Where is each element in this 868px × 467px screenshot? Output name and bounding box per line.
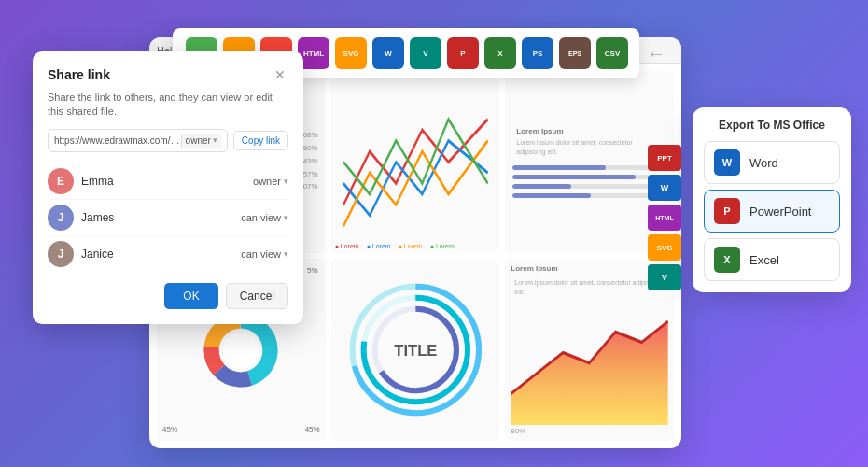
side-word-icon[interactable]: W <box>648 175 681 201</box>
export-ms-office-panel: Export To MS Office PPT W HTML SVG V W W… <box>693 107 851 292</box>
format-csv[interactable]: CSV <box>596 37 628 69</box>
format-visio[interactable]: V <box>410 37 441 69</box>
user-role-janice[interactable]: can view ▾ <box>241 248 288 260</box>
user-name-emma: Emma <box>81 175 253 188</box>
emma-chevron-icon: ▾ <box>284 177 288 186</box>
link-url: https://www.edrawmax.com/online/fil <box>54 135 181 146</box>
export-word-option[interactable]: W Word <box>704 141 840 184</box>
janice-chevron-icon: ▾ <box>284 249 288 259</box>
svg-point-5 <box>223 332 260 369</box>
copy-link-button[interactable]: Copy link <box>233 131 288 150</box>
title-ring-chart: TITLE <box>331 259 500 441</box>
user-role-james[interactable]: can view ▾ <box>241 212 288 223</box>
user-name-janice: Janice <box>81 248 241 261</box>
area-chart-desc: Lorem ipsum dolor sit amet, consectetur … <box>511 275 668 301</box>
word-label: Word <box>749 156 778 170</box>
link-row: https://www.edrawmax.com/online/fil owne… <box>48 129 288 152</box>
format-ppt[interactable]: P <box>447 37 479 69</box>
excel-icon: X <box>714 247 740 273</box>
close-button[interactable]: ✕ <box>272 66 288 83</box>
link-input[interactable]: https://www.edrawmax.com/online/fil owne… <box>48 129 228 152</box>
format-excel[interactable]: X <box>484 37 516 69</box>
area-chart-title: Lorem Ipsum <box>511 264 557 273</box>
dialog-title: Share link <box>48 67 110 82</box>
ok-button[interactable]: OK <box>164 283 217 309</box>
side-format-icons: PPT W HTML SVG V <box>648 145 681 290</box>
side-html-icon[interactable]: HTML <box>648 205 681 231</box>
avatar-james: J <box>48 205 74 231</box>
format-ps[interactable]: PS <box>522 37 553 69</box>
user-name-james: James <box>81 211 241 224</box>
avatar-janice: J <box>48 241 74 267</box>
avatar-emma: E <box>48 168 74 194</box>
export-excel-option[interactable]: X Excel <box>704 238 840 281</box>
link-role-dropdown[interactable]: owner ▾ <box>181 134 221 148</box>
side-svg-icon[interactable]: SVG <box>648 234 681 261</box>
export-options-list: W Word P PowerPoint X Excel <box>704 141 840 281</box>
side-visio-icon[interactable]: V <box>648 264 681 290</box>
powerpoint-label: PowerPoint <box>749 205 811 219</box>
side-ppt-icon[interactable]: PPT <box>648 145 681 171</box>
arrow-right-icon: ← <box>647 43 665 64</box>
share-dialog: Share link ✕ Share the link to others, a… <box>33 51 303 324</box>
export-powerpoint-option[interactable]: P PowerPoint <box>704 190 840 233</box>
user-row-emma: E Emma owner ▾ <box>48 163 288 200</box>
svg-marker-13 <box>511 321 668 425</box>
user-row-james: J James can view ▾ <box>48 200 288 236</box>
export-panel-title: Export To MS Office <box>704 119 840 132</box>
word-icon: W <box>714 149 740 176</box>
format-eps[interactable]: EPS <box>559 37 591 69</box>
user-role-emma[interactable]: owner ▾ <box>253 176 288 187</box>
user-list: E Emma owner ▾ J James can view ▾ J Jani… <box>48 163 288 272</box>
line-chart: ● Lorem ● Lorem ● Lorem ● Lorem <box>331 71 500 253</box>
format-word[interactable]: W <box>372 37 404 69</box>
cancel-button[interactable]: Cancel <box>226 283 288 309</box>
link-role-value: owner <box>186 135 211 146</box>
user-row-janice: J Janice can view ▾ <box>48 236 288 272</box>
role-chevron-icon: ▾ <box>213 135 217 145</box>
dialog-footer: OK Cancel <box>48 283 288 309</box>
svg-text:TITLE: TITLE <box>394 342 437 360</box>
dialog-header: Share link ✕ <box>48 66 288 83</box>
lorem-text-1: Lorem Ipsum Lorem ipsum dolor sit amet, … <box>512 122 666 161</box>
format-svg[interactable]: SVG <box>335 37 367 69</box>
excel-label: Excel <box>749 253 779 267</box>
powerpoint-icon: P <box>714 198 740 224</box>
dialog-description: Share the link to others, and they can v… <box>48 91 288 120</box>
james-chevron-icon: ▾ <box>284 213 288 222</box>
